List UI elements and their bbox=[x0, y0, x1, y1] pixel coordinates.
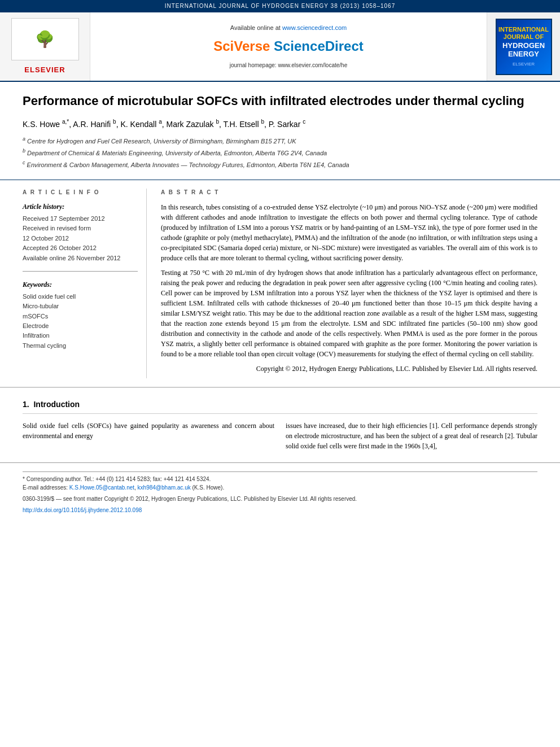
available-text: Available online at www.sciencedirect.co… bbox=[230, 24, 347, 32]
history-available: Available online 26 November 2012 bbox=[23, 254, 138, 263]
publisher-logo: 🌳 ELSEVIER bbox=[0, 12, 90, 81]
footnote-divider bbox=[23, 471, 537, 472]
page-header: 🌳 ELSEVIER Available online at www.scien… bbox=[0, 12, 560, 82]
affiliation-c: c Environment & Carbon Management, Alber… bbox=[23, 159, 537, 169]
email-link-2[interactable]: kxh984@bham.ac.uk bbox=[138, 484, 191, 491]
affiliation-a: a Centre for Hydrogen and Fuel Cell Rese… bbox=[23, 136, 537, 146]
history-label: Article history: bbox=[23, 202, 138, 212]
sciencedirect-link[interactable]: www.sciencedirect.com bbox=[282, 24, 347, 31]
sciverse-text: SciVerse bbox=[213, 38, 274, 54]
affiliation-b: b Department of Chemical & Materials Eng… bbox=[23, 147, 537, 158]
intro-right-col: issues have increased, due to their high… bbox=[286, 421, 537, 451]
keyword-1: Solid oxide fuel cell bbox=[23, 292, 138, 301]
journal-homepage: journal homepage: www.elsevier.com/locat… bbox=[230, 62, 347, 69]
elsevier-logo-box: 🌳 bbox=[11, 18, 79, 60]
email-line: E-mail addresses: K.S.Howe.05@cantab.net… bbox=[23, 483, 537, 492]
history-received: Received 17 September 2012 bbox=[23, 215, 138, 223]
history-revised-label: Received in revised form bbox=[23, 224, 138, 233]
doi-link[interactable]: http://dx.doi.org/10.1016/j.ijhydene.201… bbox=[23, 507, 142, 513]
left-col-divider bbox=[23, 271, 138, 272]
keyword-2: Micro-tubular bbox=[23, 302, 138, 311]
intro-right-text: issues have increased, due to their high… bbox=[286, 421, 537, 451]
abstract-copyright: Copyright © 2012, Hydrogen Energy Public… bbox=[161, 364, 537, 374]
intro-left-col: Solid oxide fuel cells (SOFCs) have gain… bbox=[23, 421, 274, 451]
issn-line: 0360-3199/$ — see front matter Copyright… bbox=[23, 495, 537, 503]
footnote-section: * Corresponding author. Tel.: +44 (0) 12… bbox=[0, 462, 560, 520]
article-title-section: Performance of microtubular SOFCs with i… bbox=[0, 82, 560, 180]
history-accepted: Accepted 26 October 2012 bbox=[23, 244, 138, 252]
sciverse-logo: SciVerse ScienceDirect bbox=[213, 37, 364, 56]
banner-text: International Journal of Hydrogen Energy… bbox=[165, 3, 395, 9]
journal-cover-publisher: ELSEVIER bbox=[513, 61, 535, 67]
article-info-label: A R T I C L E I N F O bbox=[23, 189, 138, 196]
article-title: Performance of microtubular SOFCs with i… bbox=[23, 93, 537, 110]
article-info-abstract-section: A R T I C L E I N F O Article history: R… bbox=[0, 180, 560, 387]
history-revised-date: 12 October 2012 bbox=[23, 234, 138, 243]
journal-cover-section: INTERNATIONALJOURNAL OFHYDROGENENERGY EL… bbox=[487, 12, 560, 81]
authors-line: K.S. Howe a,*, A.R. Hanifi b, K. Kendall… bbox=[23, 118, 537, 130]
elsevier-label: ELSEVIER bbox=[24, 65, 65, 75]
header-center: Available online at www.sciencedirect.co… bbox=[90, 12, 487, 81]
journal-cover: INTERNATIONALJOURNAL OFHYDROGENENERGY EL… bbox=[496, 19, 552, 75]
introduction-section: 1. Introduction Solid oxide fuel cells (… bbox=[0, 387, 560, 462]
keyword-4: Electrode bbox=[23, 322, 138, 330]
corresponding-note: * Corresponding author. Tel.: +44 (0) 12… bbox=[23, 475, 537, 483]
keyword-3: mSOFCs bbox=[23, 312, 138, 321]
keyword-5: Infiltration bbox=[23, 331, 138, 340]
abstract-para-2: Testing at 750 °C with 20 mL/min of dry … bbox=[161, 268, 537, 359]
intro-text-columns: Solid oxide fuel cells (SOFCs) have gain… bbox=[23, 421, 537, 451]
doi-line: http://dx.doi.org/10.1016/j.ijhydene.201… bbox=[23, 506, 537, 514]
abstract-label: A B S T R A C T bbox=[161, 189, 537, 196]
intro-left-text: Solid oxide fuel cells (SOFCs) have gain… bbox=[23, 421, 274, 441]
keyword-6: Thermal cycling bbox=[23, 342, 138, 350]
keywords-label: Keywords: bbox=[23, 280, 138, 290]
abstract-col: A B S T R A C T In this research, tubes … bbox=[158, 189, 537, 378]
journal-banner: International Journal of Hydrogen Energy… bbox=[0, 0, 560, 12]
email-link-1[interactable]: K.S.Howe.05@cantab.net bbox=[69, 484, 134, 491]
abstract-body: In this research, tubes consisting of a … bbox=[161, 202, 537, 374]
sciencedirect-text: ScienceDirect bbox=[274, 38, 364, 54]
intro-title: 1. Introduction bbox=[23, 399, 537, 414]
article-info-col: A R T I C L E I N F O Article history: R… bbox=[23, 189, 147, 378]
abstract-para-1: In this research, tubes consisting of a … bbox=[161, 202, 537, 263]
tree-icon: 🌳 bbox=[35, 32, 55, 47]
journal-cover-title: INTERNATIONALJOURNAL OFHYDROGENENERGY bbox=[498, 26, 549, 59]
